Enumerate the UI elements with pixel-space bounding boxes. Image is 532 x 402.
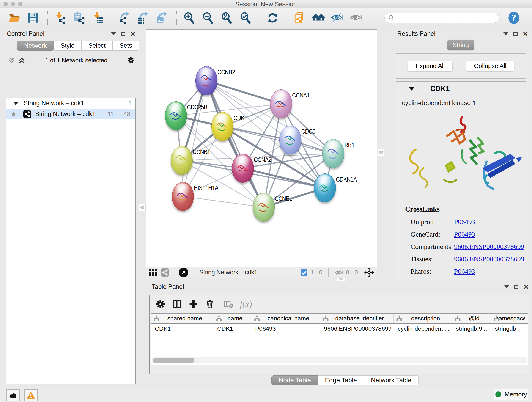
tab-network-table[interactable]: Network Table — [364, 375, 418, 385]
tab-string[interactable]: String — [447, 40, 474, 50]
network-collection-row[interactable]: String Network – cdk1 1 — [6, 98, 135, 109]
tab-sets[interactable]: Sets — [113, 41, 139, 51]
table-cell[interactable]: P06493 — [251, 325, 320, 332]
node-CCNE1[interactable] — [253, 193, 275, 222]
network-canvas[interactable]: CCNB2 CCNA1 CDC25B CDK1 CDC6 RB1 CCNB1 C… — [146, 29, 377, 267]
memory-button[interactable]: Memory — [494, 389, 528, 400]
clone-network-icon[interactable] — [293, 12, 306, 24]
panel-float-icon[interactable] — [121, 32, 125, 36]
table-cell[interactable]: stringdb — [491, 325, 525, 332]
open-in-new-window-icon[interactable] — [179, 268, 188, 277]
zoom-in-icon[interactable] — [183, 12, 196, 24]
column-header-database-identifier[interactable]: database identifier — [320, 313, 394, 323]
delete-column-icon[interactable] — [205, 299, 215, 309]
table-settings-gear-icon[interactable] — [155, 299, 166, 309]
node-CCNB2[interactable] — [196, 66, 217, 95]
table-close-icon[interactable]: ✕ — [524, 285, 529, 289]
tab-node-table[interactable]: Node Table — [272, 375, 318, 385]
column-header-shared-name[interactable]: shared name — [151, 313, 213, 323]
import-database-icon[interactable] — [72, 12, 85, 24]
collapse-all-button[interactable]: Collapse All — [466, 61, 514, 71]
zoom-fit-icon[interactable] — [220, 12, 233, 24]
tab-select[interactable]: Select — [82, 41, 113, 51]
node-CCNA1[interactable] — [270, 89, 292, 118]
search-box[interactable] — [385, 13, 499, 23]
pan-crosshair-icon[interactable] — [364, 267, 374, 278]
export-image-icon[interactable] — [156, 12, 169, 24]
import-table-icon[interactable] — [91, 12, 104, 24]
tab-edge-table[interactable]: Edge Table — [318, 375, 364, 385]
node-CDK1[interactable] — [211, 112, 234, 141]
gear-icon[interactable] — [127, 56, 135, 64]
results-close-icon[interactable]: ✕ — [523, 32, 528, 36]
table-row[interactable]: CDK1CDK1P064939606.ENSP00000378699cyclin… — [151, 324, 528, 334]
node-CCNA2[interactable] — [232, 154, 254, 183]
export-network-icon[interactable] — [118, 12, 131, 24]
node-HIST1H1A[interactable] — [172, 182, 194, 211]
node-label-CCNA1: CCNA1 — [292, 92, 310, 99]
table-cell[interactable]: CDK1 — [151, 325, 213, 332]
cloud-button[interactable] — [6, 389, 20, 401]
table-hscrollbar[interactable] — [152, 357, 527, 364]
search-input[interactable] — [395, 14, 491, 22]
open-folder-icon[interactable] — [8, 12, 21, 24]
table-cell[interactable]: cyclin-dependent ... — [394, 325, 452, 332]
help-button[interactable]: ? — [507, 11, 520, 25]
tab-network[interactable]: Network — [17, 41, 54, 51]
expand-all-icon[interactable] — [18, 56, 26, 64]
show-all-icon[interactable] — [350, 12, 362, 24]
tab-style[interactable]: Style — [54, 41, 82, 51]
crosslink-link[interactable]: P06493 — [454, 268, 475, 275]
collapse-all-icon[interactable] — [8, 56, 16, 64]
table-cell[interactable]: stringdb:9... — [452, 325, 491, 332]
column-header-canonical-name[interactable]: canonical name — [251, 313, 320, 323]
export-table-icon[interactable] — [137, 12, 150, 24]
column-header-name[interactable]: name — [213, 313, 251, 323]
network-row[interactable]: String Network – cdk1 11 48 — [6, 109, 135, 119]
left-splitter-handle[interactable] — [139, 204, 146, 211]
table-cell[interactable]: 9606.ENSP00000378699 — [320, 325, 394, 332]
node-CDKN1A[interactable] — [314, 173, 336, 202]
column-header-description[interactable]: description — [394, 313, 452, 323]
crosslink-link[interactable]: P06493 — [454, 218, 475, 225]
node-CDC25B[interactable] — [165, 101, 187, 130]
node-table[interactable]: shared namenamecanonical namedatabase id… — [151, 313, 528, 365]
share-network-icon[interactable] — [160, 268, 170, 277]
add-column-icon[interactable] — [188, 299, 199, 309]
table-hscrollbar-thumb[interactable] — [153, 357, 194, 363]
results-float-icon[interactable] — [513, 32, 518, 36]
birds-eye-view-icon[interactable] — [148, 268, 158, 277]
results-menu-icon[interactable] — [503, 32, 508, 35]
panel-menu-icon[interactable] — [111, 32, 116, 35]
save-icon[interactable] — [27, 12, 39, 24]
column-header-namespace[interactable]: namespace — [491, 313, 525, 323]
table-float-icon[interactable] — [514, 285, 519, 289]
selected-checkbox-icon[interactable] — [300, 269, 308, 276]
table-cell[interactable]: CDK1 — [213, 325, 251, 332]
delete-table-icon[interactable] — [223, 299, 234, 309]
crosslink-link[interactable]: P06493 — [454, 230, 475, 238]
right-splitter-handle[interactable] — [378, 149, 385, 156]
hidden-eye-icon[interactable] — [335, 269, 343, 276]
node-CDC6[interactable] — [279, 126, 301, 154]
refresh-icon[interactable] — [266, 12, 279, 24]
crosslink-link[interactable]: 9606.ENSP00000378699 — [454, 255, 524, 263]
function-builder-icon[interactable]: f(x) — [240, 299, 252, 309]
node-RB1[interactable] — [322, 139, 344, 168]
hide-selected-icon[interactable] — [331, 12, 344, 24]
warning-button[interactable] — [24, 389, 38, 401]
expand-all-button[interactable]: Expand All — [408, 61, 453, 71]
section-collapse-icon[interactable] — [409, 87, 415, 90]
zoom-out-icon[interactable] — [202, 12, 215, 24]
node-CCNB1[interactable] — [171, 146, 193, 175]
table-menu-icon[interactable] — [504, 285, 509, 288]
zoom-selected-icon[interactable] — [239, 12, 252, 24]
column-header-@id[interactable]: @id — [452, 313, 491, 323]
show-columns-icon[interactable] — [172, 299, 182, 309]
home-icon[interactable] — [312, 12, 325, 24]
panel-close-icon[interactable]: ✕ — [130, 32, 136, 36]
import-network-icon[interactable] — [54, 12, 66, 24]
crosslink-link[interactable]: 9606.ENSP00000378699 — [454, 243, 524, 250]
protein-section-header[interactable]: CDK1 — [396, 82, 526, 96]
tree-expand-icon[interactable] — [13, 102, 19, 105]
